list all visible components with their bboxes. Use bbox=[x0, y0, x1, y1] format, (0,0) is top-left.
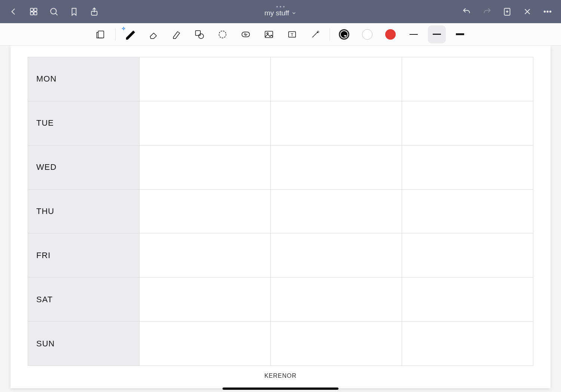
bookmark-button[interactable] bbox=[66, 3, 82, 20]
shape-tool[interactable] bbox=[190, 25, 208, 43]
planner-cell[interactable] bbox=[402, 101, 533, 145]
sticker-tool[interactable] bbox=[237, 25, 255, 43]
share-icon bbox=[89, 7, 99, 16]
planner-cell[interactable] bbox=[402, 57, 533, 101]
color-white[interactable] bbox=[358, 25, 376, 43]
document-page[interactable]: MONTUEWEDTHUFRISATSUN KERENOR bbox=[10, 46, 551, 388]
redo-button[interactable] bbox=[479, 3, 495, 20]
nav-left-group bbox=[5, 3, 102, 20]
day-label-cell: WED bbox=[28, 145, 140, 189]
canvas-area: MONTUEWEDTHUFRISATSUN KERENOR bbox=[0, 46, 561, 392]
back-button[interactable] bbox=[5, 3, 22, 20]
planner-cell[interactable] bbox=[140, 101, 271, 145]
planner-cell[interactable] bbox=[140, 233, 271, 278]
page-toggle-icon bbox=[95, 29, 107, 40]
svg-point-18 bbox=[199, 34, 203, 39]
medium-line-icon bbox=[433, 34, 441, 35]
bluetooth-icon: ✧ bbox=[122, 26, 126, 31]
text-tool[interactable]: T bbox=[283, 25, 301, 43]
more-button[interactable] bbox=[539, 3, 556, 20]
drawing-toolbar: ✧ T bbox=[0, 23, 561, 46]
planner-cell[interactable] bbox=[271, 322, 402, 366]
svg-point-4 bbox=[50, 8, 56, 14]
shapes-icon bbox=[194, 29, 205, 40]
svg-rect-21 bbox=[265, 31, 273, 37]
undo-button[interactable] bbox=[459, 3, 475, 20]
magic-tool[interactable] bbox=[306, 25, 324, 43]
undo-icon bbox=[462, 7, 472, 16]
planner-cell[interactable] bbox=[402, 233, 533, 278]
svg-line-5 bbox=[55, 13, 57, 15]
search-icon bbox=[49, 7, 59, 16]
top-navbar: my stuff bbox=[0, 0, 561, 23]
stroke-medium[interactable] bbox=[428, 25, 446, 43]
white-swatch-icon bbox=[362, 29, 373, 40]
day-label-cell: FRI bbox=[28, 233, 140, 278]
svg-rect-3 bbox=[34, 12, 37, 15]
table-row: FRI bbox=[28, 233, 533, 278]
planner-cell[interactable] bbox=[140, 278, 271, 322]
planner-cell[interactable] bbox=[140, 322, 271, 366]
lasso-icon bbox=[217, 29, 228, 40]
stroke-thick[interactable] bbox=[451, 25, 469, 43]
color-black[interactable] bbox=[335, 25, 353, 43]
redo-icon bbox=[482, 7, 492, 16]
planner-cell[interactable] bbox=[271, 233, 402, 278]
add-page-icon bbox=[502, 7, 512, 16]
toolbar-separator bbox=[329, 28, 330, 41]
black-swatch-icon bbox=[339, 29, 349, 40]
close-button[interactable] bbox=[519, 3, 536, 20]
planner-cell[interactable] bbox=[402, 322, 533, 366]
planner-cell[interactable] bbox=[402, 189, 533, 233]
pen-tool[interactable]: ✧ bbox=[121, 25, 139, 43]
home-indicator[interactable] bbox=[223, 388, 338, 390]
planner-cell[interactable] bbox=[271, 57, 402, 101]
sparkle-wand-icon bbox=[310, 29, 321, 40]
weekly-planner-table: MONTUEWEDTHUFRISATSUN bbox=[28, 57, 533, 366]
day-label-cell: SUN bbox=[28, 322, 140, 366]
planner-cell[interactable] bbox=[271, 145, 402, 189]
highlighter-tool[interactable] bbox=[167, 25, 185, 43]
table-row: TUE bbox=[28, 101, 533, 145]
add-page-button[interactable] bbox=[499, 3, 515, 20]
share-button[interactable] bbox=[86, 3, 102, 20]
thin-line-icon bbox=[410, 34, 418, 35]
read-mode-button[interactable] bbox=[92, 25, 110, 43]
pen-icon bbox=[124, 29, 135, 40]
day-label-cell: TUE bbox=[28, 101, 140, 145]
document-title-area[interactable]: my stuff bbox=[264, 0, 297, 23]
eraser-tool[interactable] bbox=[144, 25, 162, 43]
svg-point-19 bbox=[219, 31, 226, 38]
planner-cell[interactable] bbox=[402, 278, 533, 322]
planner-cell[interactable] bbox=[271, 189, 402, 233]
more-horizontal-icon bbox=[543, 7, 552, 16]
svg-rect-1 bbox=[34, 8, 37, 11]
close-icon bbox=[522, 7, 532, 16]
planner-cell[interactable] bbox=[140, 145, 271, 189]
planner-cell[interactable] bbox=[140, 57, 271, 101]
lasso-tool[interactable] bbox=[214, 25, 232, 43]
nav-right-group bbox=[459, 3, 556, 20]
chevron-down-icon bbox=[291, 10, 297, 16]
planner-cell[interactable] bbox=[271, 278, 402, 322]
sticker-icon bbox=[240, 29, 251, 40]
stroke-thin[interactable] bbox=[405, 25, 423, 43]
svg-rect-0 bbox=[30, 8, 33, 11]
svg-point-14 bbox=[550, 11, 551, 12]
svg-rect-2 bbox=[30, 12, 33, 15]
svg-point-13 bbox=[547, 11, 548, 12]
table-row: SUN bbox=[28, 322, 533, 366]
planner-cell[interactable] bbox=[402, 145, 533, 189]
table-row: SAT bbox=[28, 278, 533, 322]
search-button[interactable] bbox=[46, 3, 62, 20]
grid-view-button[interactable] bbox=[25, 3, 42, 20]
day-label-cell: MON bbox=[28, 57, 140, 101]
svg-point-22 bbox=[267, 33, 268, 34]
planner-cell[interactable] bbox=[271, 101, 402, 145]
document-title: my stuff bbox=[264, 9, 289, 17]
text-icon: T bbox=[286, 29, 298, 40]
planner-cell[interactable] bbox=[140, 189, 271, 233]
color-red[interactable] bbox=[381, 25, 399, 43]
svg-rect-15 bbox=[98, 31, 104, 38]
image-tool[interactable] bbox=[260, 25, 278, 43]
